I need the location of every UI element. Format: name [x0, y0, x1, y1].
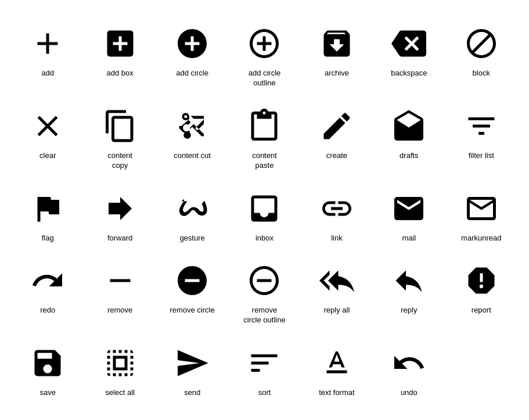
text-format-icon	[316, 343, 357, 383]
icon-item-add-box[interactable]: add box	[84, 17, 156, 94]
link-icon	[316, 188, 357, 229]
forward-icon	[100, 188, 141, 229]
sort-label: sort	[258, 388, 271, 398]
icon-item-send[interactable]: send	[156, 337, 228, 404]
icon-item-remove-circle[interactable]: remove circle	[156, 254, 228, 331]
add-box-label: add box	[107, 69, 134, 78]
redo-icon	[27, 260, 68, 301]
filter-list-icon	[461, 106, 502, 146]
icon-item-archive[interactable]: archive	[301, 17, 373, 94]
filter-list-label: filter list	[469, 151, 494, 161]
icon-item-gesture[interactable]: gesture	[156, 182, 228, 249]
add-circle-outline-label: add circleoutline	[249, 69, 281, 88]
clear-label: clear	[39, 151, 56, 161]
icon-item-drafts[interactable]: drafts	[373, 100, 445, 177]
icon-item-markunread[interactable]: markunread	[445, 182, 517, 249]
add-circle-outline-icon	[244, 23, 285, 64]
icon-item-sort[interactable]: sort	[228, 337, 300, 404]
reply-all-icon	[316, 260, 357, 301]
icon-item-content-cut[interactable]: content cut	[156, 100, 228, 177]
icon-item-undo[interactable]: undo	[373, 337, 445, 404]
icon-item-reply[interactable]: reply	[373, 254, 445, 331]
content-paste-label: contentpaste	[252, 151, 277, 171]
reply-all-label: reply all	[324, 306, 350, 315]
add-circle-icon	[172, 23, 213, 64]
drafts-label: drafts	[400, 151, 419, 161]
icon-item-inbox[interactable]: inbox	[228, 182, 300, 249]
flag-label: flag	[42, 234, 54, 243]
select-all-label: select all	[105, 388, 135, 398]
gesture-icon	[172, 188, 213, 229]
icon-item-remove[interactable]: remove	[84, 254, 156, 331]
icon-item-reply-all[interactable]: reply all	[301, 254, 373, 331]
create-icon	[316, 106, 357, 146]
markunread-label: markunread	[461, 234, 501, 243]
content-cut-icon	[172, 106, 213, 146]
save-label: save	[39, 388, 55, 398]
icon-item-mail[interactable]: mail	[373, 182, 445, 249]
block-label: block	[473, 69, 490, 78]
content-copy-label: contentcopy	[107, 151, 132, 171]
icon-item-content-copy[interactable]: contentcopy	[84, 100, 156, 177]
undo-label: undo	[401, 388, 418, 398]
add-circle-label: add circle	[176, 69, 208, 78]
content-paste-icon	[244, 106, 285, 146]
undo-icon	[388, 343, 429, 383]
icon-item-text-format[interactable]: text format	[301, 337, 373, 404]
block-icon	[461, 23, 502, 64]
archive-label: archive	[325, 69, 349, 78]
save-icon	[27, 343, 68, 383]
remove-icon	[100, 260, 141, 301]
add-label: add	[41, 69, 54, 78]
inbox-label: inbox	[255, 234, 274, 243]
icon-item-filter-list[interactable]: filter list	[445, 100, 517, 177]
link-label: link	[331, 234, 343, 243]
drafts-icon	[388, 106, 429, 146]
icon-item-clear[interactable]: clear	[12, 100, 84, 177]
report-icon	[461, 260, 502, 301]
remove-circle-label: remove circle	[170, 306, 214, 315]
icon-item-flag[interactable]: flag	[12, 182, 84, 249]
icon-item-create[interactable]: create	[301, 100, 373, 177]
clear-icon	[27, 106, 68, 146]
create-label: create	[326, 151, 347, 161]
mail-icon	[388, 188, 429, 229]
remove-circle-outline-label: removecircle outline	[243, 306, 285, 325]
icon-item-backspace[interactable]: backspace	[373, 17, 445, 94]
forward-label: forward	[107, 234, 132, 243]
icon-item-content-paste[interactable]: contentpaste	[228, 100, 300, 177]
icon-item-link[interactable]: link	[301, 182, 373, 249]
remove-circle-outline-icon	[244, 260, 285, 301]
select-all-icon	[100, 343, 141, 383]
icon-item-select-all[interactable]: select all	[84, 337, 156, 404]
icon-item-forward[interactable]: forward	[84, 182, 156, 249]
icon-item-save[interactable]: save	[12, 337, 84, 404]
icon-item-redo[interactable]: redo	[12, 254, 84, 331]
redo-label: redo	[40, 306, 55, 315]
content-copy-icon	[100, 106, 141, 146]
icon-grid: add add box add circle add circleoutline…	[0, 0, 529, 420]
icon-item-report[interactable]: report	[445, 254, 517, 331]
remove-circle-icon	[172, 260, 213, 301]
icon-item-block[interactable]: block	[445, 17, 517, 94]
content-cut-label: content cut	[174, 151, 211, 161]
add-icon	[27, 23, 68, 64]
reply-icon	[388, 260, 429, 301]
reply-label: reply	[401, 306, 417, 315]
icon-item-add-circle[interactable]: add circle	[156, 17, 228, 94]
report-label: report	[472, 306, 491, 315]
gesture-label: gesture	[179, 234, 204, 243]
backspace-icon	[388, 23, 429, 64]
icon-item-add-circle-outline[interactable]: add circleoutline	[228, 17, 300, 94]
markunread-icon	[461, 188, 502, 229]
add-box-icon	[100, 23, 141, 64]
flag-icon	[27, 188, 68, 229]
archive-icon	[316, 23, 357, 64]
inbox-icon	[244, 188, 285, 229]
icon-item-add[interactable]: add	[12, 17, 84, 94]
send-icon	[172, 343, 213, 383]
sort-icon	[244, 343, 285, 383]
icon-item-remove-circle-outline[interactable]: removecircle outline	[228, 254, 300, 331]
backspace-label: backspace	[391, 69, 427, 78]
send-label: send	[184, 388, 200, 398]
